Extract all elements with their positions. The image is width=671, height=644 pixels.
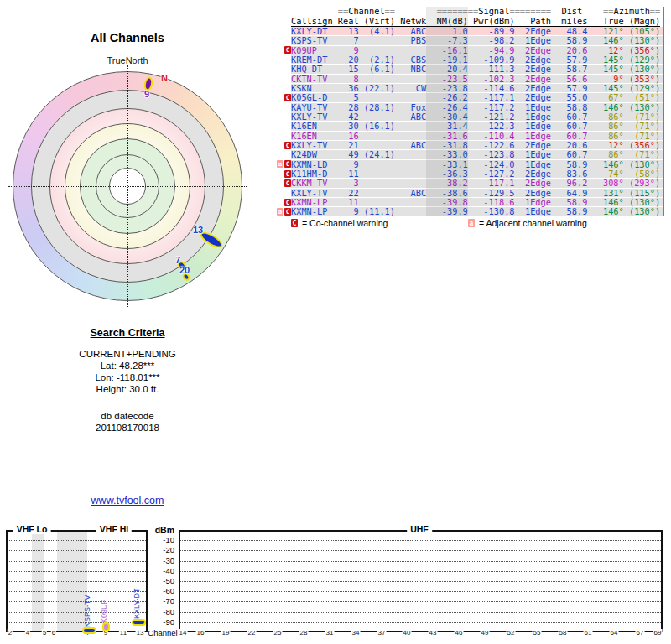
polar-crosshair-vertical (127, 65, 128, 307)
gridline (8, 601, 146, 602)
azimuth-data: 86° (71°) (587, 112, 660, 122)
channel-tick-label: 2 (8, 629, 13, 636)
azimuth-data: 145° (129°) (587, 83, 660, 93)
dbm-tick-label: -80 (149, 608, 174, 616)
warning-column (277, 27, 291, 35)
legend-item: C= Co-channel warning (291, 218, 388, 228)
channel-tick-label: 19 (221, 629, 231, 636)
dbm-tick-label: -30 (149, 557, 174, 565)
station-marker-label-9: 9 (144, 89, 149, 99)
azimuth-data: 146° (130°) (587, 206, 660, 216)
warning-column (277, 65, 291, 73)
warning-column: C (277, 198, 291, 206)
gridline (180, 571, 661, 572)
dbm-tick-label: -50 (149, 577, 174, 585)
station-data: KXLY-TV 21 ABC -31.8 -122.6 2Edge 20.6 (291, 140, 587, 150)
station-bar-KSPS-TV (82, 627, 96, 634)
station-data: KXLY-DT 13 (4.1) ABC 1.0 -89.9 2Edge 48.… (291, 26, 587, 36)
gridline (180, 581, 661, 582)
warning-column (277, 103, 291, 112)
uhf-panel (179, 530, 663, 632)
azimuth-data: 12° (356°) (587, 45, 660, 55)
station-data: KHQ-DT 15 (6.1) NBC -20.4 -111.3 2Edge 5… (291, 64, 587, 74)
warning-column (277, 55, 291, 64)
warning-column (277, 150, 291, 158)
co-channel-warning-badge: C (284, 46, 291, 54)
warning-column (277, 75, 291, 83)
magnetic-north-label: N (161, 73, 168, 83)
station-label-KSPS-TV: KSPS-TV (83, 595, 91, 627)
table-right-edge-marker (663, 7, 664, 216)
channel-tick-label: 55 (533, 629, 542, 636)
station-data: K24DW 49 (24.1) -33.0 -123.8 1Edge 60.7 (291, 149, 587, 159)
co-channel-warning-badge: C (284, 142, 291, 149)
channel-tick-label: 14 (179, 629, 188, 636)
true-north-label: TrueNorth (44, 55, 211, 65)
channel-tick-label: 46 (455, 629, 464, 636)
azimuth-data: 146° (130°) (587, 159, 660, 169)
warning-column (277, 112, 291, 121)
azimuth-data: 12° (356°) (587, 140, 660, 150)
tvfool-link[interactable]: www.tvfool.com (91, 495, 164, 506)
station-data: KREM-DT 20 (2.1) CBS -19.1 -109.9 2Edge … (291, 55, 587, 65)
dbm-tick-label: -70 (149, 597, 174, 605)
gridline (8, 591, 146, 592)
table-row-text: KXMN-LD 9 -33.1 -124.0 1Edge 58.9 146° (… (291, 160, 664, 169)
channel-tick-label: 52 (507, 629, 516, 636)
azimuth-data: 74° (58°) (587, 169, 660, 179)
table-body: KXLY-DT 13 (4.1) ABC 1.0 -89.9 2Edge 48.… (277, 27, 664, 217)
station-label-K09UP: K09UP (100, 599, 108, 623)
table-row-text: K16EN 16 -31.6 -110.4 1Edge 60.7 86° (71… (291, 132, 664, 140)
station-data: KAYU-TV 28 (28.1) Fox -26.4 -117.2 1Edge… (291, 102, 587, 112)
vhf-panel (6, 530, 148, 632)
channel-tick-label: 25 (273, 629, 283, 636)
gridline (8, 612, 146, 613)
warning-column: C (277, 179, 291, 187)
azimuth-data: 121° (105°) (587, 26, 660, 36)
gridline (180, 622, 661, 623)
station-marker-label-20: 20 (179, 265, 190, 275)
table-header-groups: ==Channel== ========Signal======== Dist … (291, 7, 664, 17)
station-bar-KXLY-DT (132, 619, 146, 626)
search-criteria: Search Criteria CURRENT+PENDING Lat: 48.… (44, 327, 211, 434)
band-label-vhf-lo: VHF Lo (13, 525, 51, 534)
table-row-text: KXLY-TV 42 ABC -30.4 -121.2 1Edge 60.7 8… (291, 112, 664, 121)
polar-chart-title: All Channels (44, 31, 211, 44)
warning-column: C (277, 141, 291, 149)
table-row-text: K11HM-D 11 -36.3 -127.2 2Edge 83.6 74° (… (291, 169, 664, 178)
channel-tick-label: 69 (653, 629, 663, 636)
channel-axis-title: Channel (148, 628, 178, 637)
azimuth-data: 146° (130°) (587, 35, 660, 45)
warning-column: aC (277, 207, 291, 216)
station-data: KXMN-LP 9 (11.1) -39.9 -130.8 1Edge 58.9 (291, 206, 587, 216)
co-channel-warning-badge: C (284, 160, 291, 168)
gridline (8, 571, 146, 572)
legend-text: = Adjacent channel warning (479, 218, 587, 228)
dbm-tick-label: -20 (149, 546, 174, 554)
gridline (8, 540, 146, 541)
azimuth-data: 86° (71°) (587, 131, 660, 141)
gridline (8, 550, 146, 551)
gridline (180, 540, 661, 541)
azimuth-data: 308° (293°) (587, 178, 660, 188)
co-channel-warning-badge: C (284, 170, 291, 178)
azimuth-data: 145° (130°) (587, 64, 660, 74)
table-row-text: KXLY-TV 21 ABC -31.8 -122.6 2Edge 20.6 1… (291, 141, 664, 149)
channel-tick-label: 28 (299, 629, 309, 636)
station-data: KXLY-TV 42 ABC -30.4 -121.2 1Edge 60.7 (291, 112, 587, 122)
gridline (8, 581, 146, 582)
channel-tick-label: 43 (429, 629, 438, 636)
tvfool-report: All Channels TrueNorth N913720 Search Cr… (0, 0, 671, 644)
gridline (8, 622, 146, 623)
azimuth-data: 146° (130°) (587, 197, 660, 207)
station-data: KXMN-LD 9 -33.1 -124.0 1Edge 58.9 (291, 159, 587, 169)
search-criteria-title: Search Criteria (44, 327, 211, 339)
station-marker-label-7: 7 (175, 255, 180, 265)
band-label-uhf: UHF (407, 525, 432, 534)
gridline (180, 550, 661, 551)
gridline (8, 561, 146, 562)
legend-text: = Co-channel warning (302, 218, 388, 228)
adjacent-channel-warning-badge: a (277, 160, 283, 168)
co-channel-warning-badge: C (284, 199, 291, 206)
azimuth-data: 145° (129°) (587, 55, 660, 65)
